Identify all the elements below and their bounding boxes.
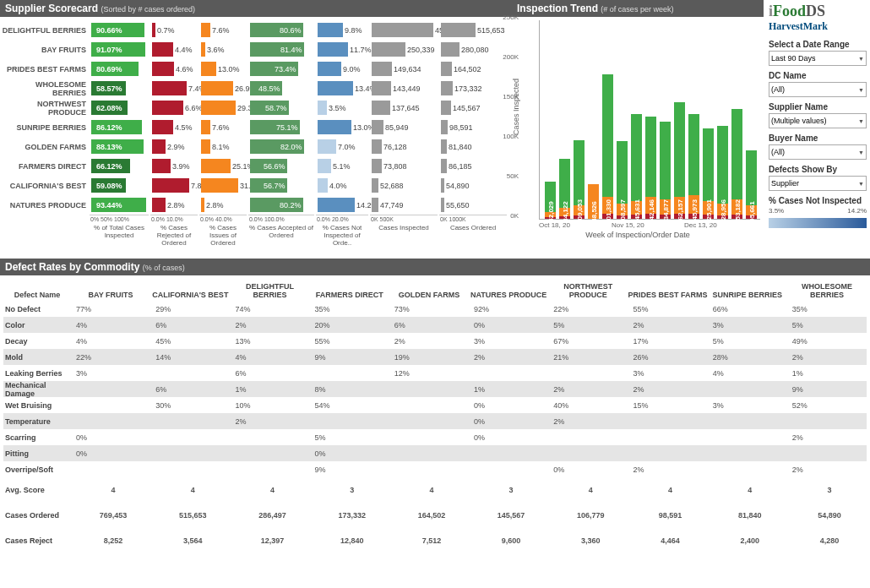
trend-subtitle: (# of cases per week) [601, 5, 673, 14]
chevron-down-icon: ▼ [858, 87, 864, 93]
defect-col-header[interactable]: BAY FRUITS [71, 291, 150, 299]
scorecard-row[interactable]: WHOLESOME BERRIES 58.57% 7.4% 26.9% 48.5… [2, 79, 510, 98]
defect-col-header[interactable]: CALIFORNIA'S BEST [150, 291, 230, 299]
trend-bar[interactable]: 48,526 [588, 184, 599, 219]
scorecard-row[interactable]: FARMERS DIRECT 66.12% 3.9% 25.1% 56.6% 5… [2, 156, 510, 176]
trend-bar[interactable]: 145,631 [631, 114, 642, 219]
supplier-name: DELIGHTFUL BERRIES [2, 26, 90, 35]
scorecard-row[interactable]: NATURES PRODUCE 93.44% 2.8% 2.8% 80.2% 1… [2, 195, 510, 215]
defect-col-header[interactable]: GOLDEN FARMS [389, 291, 469, 299]
chevron-down-icon: ▼ [858, 150, 864, 155]
supplier-name: CALIFORNIA'S BEST [2, 182, 90, 190]
defect-row: Leaking Berries3%6%12%3%4%1% [3, 365, 867, 381]
defect-row: Pitting0%0% [3, 445, 867, 461]
defect-row: Decay4%45%13%55%2%3%67%17%5%49% [3, 333, 867, 349]
defect-col-header[interactable]: WHOLESOME BERRIES [787, 282, 867, 299]
trend-bar[interactable]: 201,330 [602, 74, 613, 219]
trend-bar[interactable]: 145,973 [688, 114, 699, 219]
supplier-name: PRIDES BEST FARMS [2, 65, 90, 74]
scorecard-subtitle: (Sorted by # cases ordered) [101, 5, 195, 14]
supplier-name: SUNRIPE BERRIES [2, 123, 90, 132]
defect-col-header[interactable]: FARMERS DIRECT [310, 291, 389, 299]
trend-bar[interactable]: 125,901 [703, 128, 714, 219]
col-header[interactable]: % Cases Accepted of Ordered [248, 222, 314, 248]
scorecard-header: Supplier Scorecard (Sorted by # cases or… [0, 0, 512, 17]
defect-title: Defect Rates by Commodity [5, 261, 139, 273]
scorecard-row[interactable]: DELIGHTFUL BERRIES 90.66% 0.7% 7.6% 80.6… [2, 20, 510, 40]
col-header[interactable]: % of Total Cases Inspected [90, 222, 149, 248]
filter-buyer-label: Buyer Name [769, 133, 867, 143]
chevron-down-icon: ▼ [858, 181, 864, 187]
supplier-name: GOLDEN FARMS [2, 143, 90, 151]
defect-row: Wet Bruising30%10%54%0%40%15%3%52% [3, 397, 867, 413]
col-header[interactable]: % Cases Rejected of Ordered [150, 222, 198, 248]
scorecard-row[interactable]: GOLDEN FARMS 88.13% 2.9% 8.1% 82.0% 7.0%… [2, 137, 510, 156]
logo-harvestmark: HarvestMark [769, 20, 867, 33]
defect-col-header[interactable]: DELIGHTFUL BERRIES [230, 282, 309, 299]
col-header[interactable]: Cases Ordered [439, 222, 507, 248]
legend-gradient [769, 218, 867, 228]
filter-buyer-select[interactable]: (All)▼ [769, 144, 867, 160]
col-header[interactable]: % Cases Issues of Ordered [199, 222, 247, 248]
defect-col-header[interactable]: NATURES PRODUCE [469, 291, 548, 299]
filter-dc-label: DC Name [769, 71, 867, 80]
filter-date-label: Select a Date Range [769, 40, 867, 49]
trend-bar[interactable]: 142,146 [645, 117, 656, 219]
filter-date-select[interactable]: Last 90 Days▼ [769, 51, 867, 66]
legend-label: % Cases Not Inspected [769, 196, 867, 205]
trend-bar[interactable]: 84,122 [559, 159, 570, 219]
defect-summary-row: Avg. Score4443434443 [3, 477, 867, 503]
defect-row: Temperature2%0%2% [3, 413, 867, 429]
chevron-down-icon: ▼ [858, 118, 864, 124]
defect-header: Defect Rates by Commodity (% of cases) [0, 259, 870, 275]
col-header[interactable]: Cases Inspected [370, 222, 438, 248]
defect-col-header[interactable]: NORTHWEST PRODUCE [548, 282, 628, 299]
defect-row: Overripe/Soft9%0%2%2% [3, 461, 867, 477]
chevron-down-icon: ▼ [858, 56, 864, 62]
defect-summary-row: Cases Ordered769,453515,653286,497173,33… [3, 503, 867, 528]
trend-bar[interactable]: 108,597 [617, 141, 628, 219]
trend-ylabel: Cases Inspected [512, 79, 520, 135]
trend-bar[interactable]: 153,182 [731, 109, 742, 219]
trend-bar[interactable]: 162,157 [674, 102, 685, 219]
filter-supplier-select[interactable]: (Multiple values)▼ [769, 113, 867, 128]
defect-row: Color4%6%2%20%6%0%5%2%3%5% [3, 317, 867, 333]
trend-title: Inspection Trend [517, 3, 598, 14]
scorecard-row[interactable]: NORTHWEST PRODUCE 62.08% 6.6% 29.3% 58.7… [2, 98, 510, 117]
trend-xlabel: Week of Inspection/Order Date [515, 229, 760, 239]
col-header[interactable]: % Cases Not Inspected of Orde.. [316, 222, 368, 248]
defect-row: Mechanical Damage6%1%8%1%2%2%9% [3, 381, 867, 397]
defect-row: Scarring0%5%0%2% [3, 429, 867, 445]
trend-bar[interactable]: 128,956 [717, 126, 728, 219]
filter-defects-label: Defects Show By [769, 165, 867, 174]
trend-bar[interactable]: 52,029 [545, 182, 556, 219]
filter-dc-select[interactable]: (All)▼ [769, 82, 867, 97]
supplier-name: BAY FRUITS [2, 46, 90, 54]
supplier-name: WHOLESOME BERRIES [2, 80, 90, 97]
scorecard-title: Supplier Scorecard [5, 3, 98, 14]
logo-ifoodds: iFoodDS [769, 3, 867, 19]
supplier-name: NATURES PRODUCE [2, 201, 90, 210]
defect-col-header[interactable]: SUNRIPE BERRIES [708, 291, 787, 299]
scorecard-row[interactable]: PRIDES BEST FARMS 80.69% 4.6% 13.0% 73.4… [2, 59, 510, 79]
defect-row: Mold22%14%4%9%19%2%21%26%28%2% [3, 349, 867, 365]
trend-bar[interactable]: 109,053 [574, 140, 585, 219]
trend-bar[interactable]: 95,661 [746, 150, 757, 219]
trend-bar[interactable]: 134,877 [660, 122, 671, 219]
scorecard-row[interactable]: BAY FRUITS 91.07% 4.4% 3.6% 81.4% 11.7% … [2, 40, 510, 59]
filter-defects-select[interactable]: Supplier▼ [769, 176, 867, 191]
filter-supplier-label: Supplier Name [769, 102, 867, 112]
defect-subtitle: (% of cases) [143, 264, 185, 272]
supplier-name: NORTHWEST PRODUCE [2, 100, 90, 117]
defect-summary-row: Cases Reject8,2523,56412,39712,8407,5129… [3, 528, 867, 553]
trend-chart[interactable]: 52,02984,122109,05348,526201,330108,5971… [539, 20, 760, 220]
trend-header: Inspection Trend (# of cases per week) [512, 0, 764, 17]
defect-row: No Defect77%29%74%35%73%92%22%55%66%35% [3, 301, 867, 317]
scorecard-row[interactable]: CALIFORNIA'S BEST 59.08% 7.8% 31.5% 56.7… [2, 176, 510, 195]
defect-col-header[interactable]: PRIDES BEST FARMS [628, 291, 707, 299]
scorecard-row[interactable]: SUNRIPE BERRIES 86.12% 4.5% 7.6% 75.1% 1… [2, 117, 510, 137]
supplier-name: FARMERS DIRECT [2, 162, 90, 171]
